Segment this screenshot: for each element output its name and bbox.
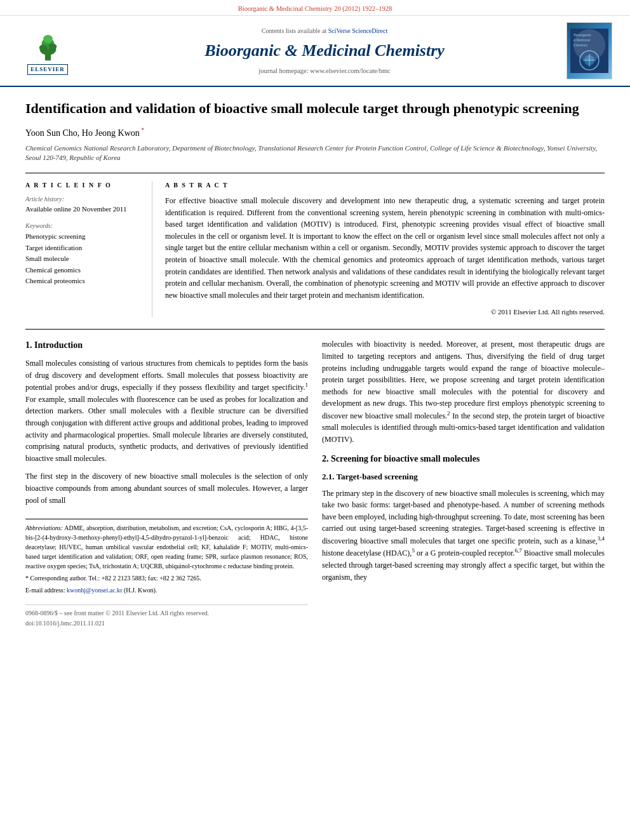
- svg-point-4: [39, 44, 47, 50]
- email-footnote: E-mail address: kwonhj@yonsei.ac.kr (H.J…: [25, 585, 308, 595]
- article-info-heading: A R T I C L E I N F O: [25, 181, 142, 190]
- journal-cover-image: Bioorganic & Medicinal Chemistry: [566, 22, 612, 79]
- email-author: (H.J. Kwon).: [124, 587, 157, 594]
- elsevier-logo-section: ELSEVIER: [13, 27, 83, 75]
- keywords-section: Keywords: Phenotypic screening Target id…: [25, 222, 142, 286]
- keyword-2: Target identification: [25, 243, 142, 254]
- body-columns: 1. Introduction Small molecules consisti…: [25, 338, 605, 628]
- sciverse-prefix: Contents lists available at: [262, 27, 326, 34]
- author-asterisk: *: [140, 126, 145, 133]
- available-online: Available online 20 November 2011: [25, 204, 142, 215]
- elsevier-logo: ELSEVIER: [13, 27, 83, 75]
- journal-reference-bar: Bioorganic & Medicinal Chemistry 20 (201…: [0, 0, 630, 16]
- bottom-bar: 0968-0896/$ – see front matter © 2011 El…: [25, 604, 308, 628]
- body-right-column: molecules with bioactivity is needed. Mo…: [322, 338, 605, 628]
- keyword-1: Phenotypic screening: [25, 231, 142, 243]
- article-info-column: A R T I C L E I N F O Article history: A…: [25, 181, 152, 318]
- authors-line: Yoon Sun Cho, Ho Jeong Kwon *: [25, 126, 605, 140]
- svg-text:Chemistry: Chemistry: [573, 43, 588, 47]
- cover-art-icon: Bioorganic & Medicinal Chemistry: [570, 29, 608, 73]
- body-para-1: Small molecules consisting of various st…: [25, 357, 308, 464]
- body-right-para-2: The primary step in the discovery of new…: [322, 488, 605, 583]
- sciverse-line: Contents lists available at SciVerse Sci…: [89, 27, 560, 36]
- journal-homepage: journal homepage: www.elsevier.com/locat…: [89, 66, 560, 76]
- elsevier-wordmark: ELSEVIER: [27, 64, 68, 75]
- svg-text:& Medicinal: & Medicinal: [573, 38, 590, 42]
- journal-cover-section: Bioorganic & Medicinal Chemistry: [566, 22, 617, 79]
- abstract-heading: A B S T R A C T: [165, 181, 605, 190]
- article-title: Identification and validation of bioacti…: [25, 100, 605, 118]
- authors-text: Yoon Sun Cho, Ho Jeong Kwon: [25, 128, 140, 137]
- keyword-4: Chemical genomics: [25, 265, 142, 276]
- doi-line: doi:10.1016/j.bmc.2011.11.021: [25, 618, 308, 629]
- corresponding-footnote: * Corresponding author. Tel.: +82 2 2123…: [25, 573, 308, 583]
- abstract-text: For effective bioactive small molecule d…: [165, 195, 605, 301]
- keywords-label: Keywords:: [25, 222, 142, 231]
- body-left-column: 1. Introduction Small molecules consisti…: [25, 338, 308, 628]
- abstract-column: A B S T R A C T For effective bioactive …: [165, 181, 605, 318]
- svg-point-5: [48, 43, 57, 49]
- journal-title: Bioorganic & Medicinal Chemistry: [89, 39, 560, 63]
- body-para-2: The first step in the discovery of new b…: [25, 470, 308, 506]
- abbreviations-text: ADME, absorption, distribution, metaboli…: [25, 524, 308, 570]
- body-divider: [25, 329, 605, 330]
- article-info-abstract-section: A R T I C L E I N F O Article history: A…: [25, 173, 605, 318]
- section2-1-heading: 2.1. Target-based screening: [322, 470, 605, 483]
- section1-heading: 1. Introduction: [25, 338, 308, 352]
- keyword-3: Small molecule: [25, 253, 142, 265]
- article-history: Article history: Available online 20 Nov…: [25, 195, 142, 214]
- tel: Tel.: +82 2 2123 5883; fax: +82 2 362 72…: [88, 575, 201, 582]
- history-label: Article history:: [25, 195, 142, 204]
- email-link[interactable]: kwonhj@yonsei.ac.kr: [67, 587, 123, 594]
- footnotes-section: Abbreviations: ADME, absorption, distrib…: [25, 519, 308, 595]
- journal-title-section: Contents lists available at SciVerse Sci…: [83, 27, 566, 76]
- copyright: © 2011 Elsevier Ltd. All rights reserved…: [165, 307, 605, 317]
- svg-text:Bioorganic: Bioorganic: [573, 33, 591, 37]
- affiliation: Chemical Genomics National Research Labo…: [25, 143, 605, 163]
- section2-heading: 2. Screening for bioactive small molecul…: [322, 452, 605, 466]
- body-right-para-1: molecules with bioactivity is needed. Mo…: [322, 338, 605, 445]
- corresponding-label: * Corresponding author.: [25, 575, 87, 582]
- svg-point-3: [43, 35, 53, 43]
- abbreviations-footnote: Abbreviations: ADME, absorption, distrib…: [25, 523, 308, 571]
- email-label: E-mail address:: [25, 587, 65, 594]
- journal-header: ELSEVIER Contents lists available at Sci…: [0, 16, 630, 87]
- abbreviations-label: Abbreviations:: [25, 524, 63, 531]
- journal-reference: Bioorganic & Medicinal Chemistry 20 (201…: [238, 5, 392, 12]
- issn-line: 0968-0896/$ – see front matter © 2011 El…: [25, 608, 308, 618]
- sciverse-link[interactable]: SciVerse ScienceDirect: [328, 27, 388, 34]
- keyword-5: Chemical proteomics: [25, 276, 142, 287]
- main-content: Identification and validation of bioacti…: [0, 87, 630, 641]
- elsevier-tree-icon: [30, 27, 65, 62]
